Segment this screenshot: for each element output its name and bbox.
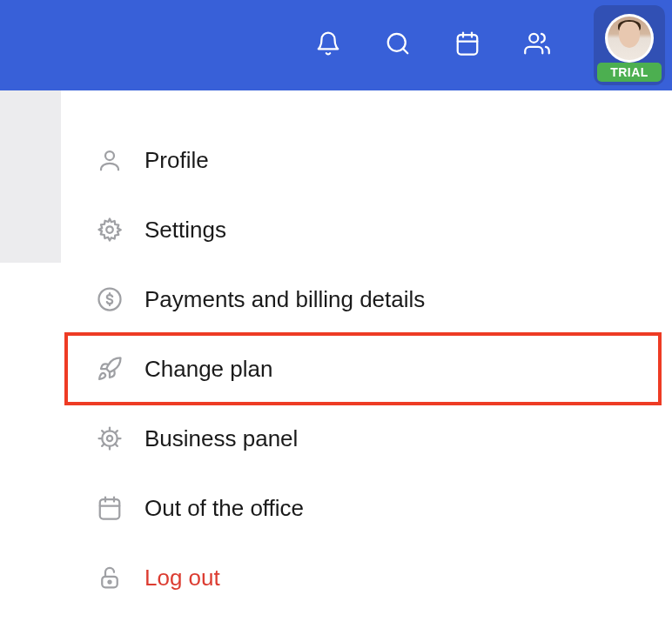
svg-rect-2 (458, 35, 478, 55)
menu-item-profile[interactable]: Profile (61, 125, 672, 195)
avatar (605, 14, 654, 63)
menu-item-label: Profile (144, 147, 209, 174)
svg-point-6 (529, 34, 538, 43)
app-header: TRIAL (0, 0, 672, 90)
menu-item-label: Out of the office (144, 495, 304, 522)
calendar-icon (454, 30, 480, 60)
svg-line-19 (102, 444, 104, 446)
lock-icon (96, 564, 124, 592)
gear-icon (96, 216, 124, 244)
svg-point-27 (109, 581, 111, 584)
search-button[interactable] (385, 32, 411, 58)
calendar-icon (96, 494, 124, 522)
svg-point-13 (107, 436, 112, 441)
menu-item-settings[interactable]: Settings (61, 195, 672, 264)
svg-line-20 (115, 444, 118, 446)
helm-icon (96, 424, 124, 452)
menu-item-logout[interactable]: Log out (61, 543, 672, 612)
menu-item-out-of-office[interactable]: Out of the office (61, 473, 672, 543)
calendar-button[interactable] (454, 32, 480, 58)
menu-item-label: Settings (144, 217, 226, 244)
users-icon (524, 30, 550, 60)
svg-point-8 (106, 226, 113, 233)
left-sidebar-stub (0, 90, 61, 263)
dollar-circle-icon (96, 285, 124, 313)
rocket-icon (96, 355, 124, 383)
user-menu-button[interactable]: TRIAL (594, 5, 665, 85)
menu-item-label: Payments and billing details (144, 286, 425, 313)
user-dropdown-menu: Profile Settings Payments and billing de… (61, 90, 672, 635)
menu-item-change-plan[interactable]: Change plan (66, 334, 660, 404)
svg-line-1 (403, 49, 407, 53)
svg-line-21 (102, 431, 104, 433)
svg-point-7 (105, 151, 114, 160)
menu-item-business-panel[interactable]: Business panel (61, 404, 672, 473)
svg-rect-26 (102, 577, 118, 588)
menu-item-label: Log out (144, 565, 220, 592)
svg-rect-22 (100, 499, 120, 519)
menu-item-label: Business panel (144, 425, 298, 452)
trial-badge: TRIAL (597, 63, 662, 82)
search-icon (385, 30, 411, 60)
menu-item-label: Change plan (144, 356, 272, 383)
team-button[interactable] (524, 32, 550, 58)
notifications-button[interactable] (315, 32, 341, 58)
menu-item-payments[interactable]: Payments and billing details (61, 264, 672, 334)
bell-icon (315, 30, 341, 60)
svg-line-18 (115, 431, 118, 433)
person-icon (96, 146, 124, 174)
